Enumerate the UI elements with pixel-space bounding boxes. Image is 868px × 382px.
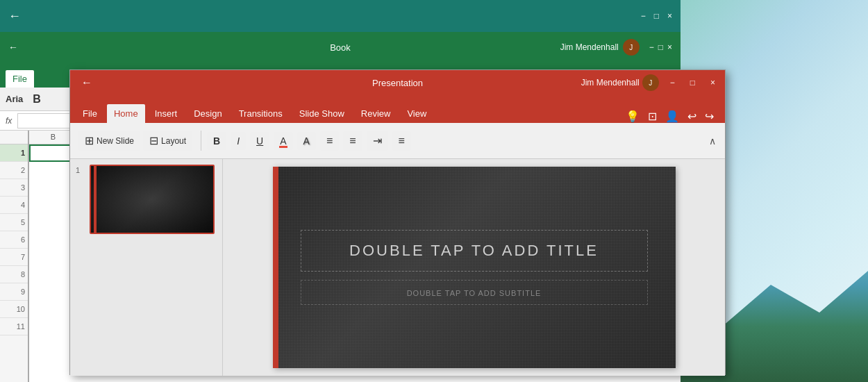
- excel-row-11: 11: [0, 318, 28, 335]
- excel-maximize-btn[interactable]: □: [658, 42, 663, 52]
- ppt-back-button[interactable]: ←: [76, 75, 98, 90]
- teal-window-controls: − □ ×: [641, 11, 672, 21]
- excel-user-area: Jim Mendenhall J − □ ×: [560, 39, 672, 56]
- ppt-thumb-red-bar: [94, 166, 97, 233]
- teal-window: ← − □ ×: [0, 0, 681, 32]
- teal-back-button[interactable]: ←: [8, 9, 21, 24]
- ppt-user-area: Jim Mendenhall J: [581, 74, 659, 91]
- ppt-slide-group: ⊞ New Slide ⊟ Layout: [78, 131, 201, 151]
- ppt-new-slide-icon: ⊞: [85, 134, 94, 147]
- excel-font-name: Aria: [6, 94, 23, 104]
- ppt-maximize-btn[interactable]: □: [686, 76, 699, 89]
- ppt-title-text: DOUBLE TAP TO ADD TITLE: [349, 242, 599, 259]
- excel-bold-btn[interactable]: B: [28, 92, 45, 107]
- excel-user-avatar: J: [623, 39, 640, 56]
- excel-back-btn[interactable]: ←: [8, 42, 18, 53]
- excel-row-8: 8: [0, 266, 28, 283]
- ppt-subtitle-placeholder[interactable]: Double tap to add subtitle: [301, 280, 648, 305]
- ppt-close-btn[interactable]: ×: [706, 76, 719, 89]
- ppt-slide-panel: 1: [70, 159, 223, 376]
- excel-title: Book: [330, 42, 351, 53]
- teal-maximize-btn[interactable]: □: [654, 11, 659, 21]
- ppt-username: Jim Mendenhall: [581, 78, 640, 88]
- ppt-layout-icon: ⊟: [149, 134, 158, 147]
- ppt-window: ← Presentation Jim Mendenhall J − □ × Fi…: [69, 69, 726, 375]
- excel-corner-cell: [0, 131, 28, 144]
- ppt-bold-btn[interactable]: B: [207, 132, 226, 150]
- excel-tab-file[interactable]: File: [6, 70, 34, 88]
- excel-username: Jim Mendenhall: [560, 42, 619, 52]
- ppt-collapse-btn[interactable]: ∧: [700, 123, 725, 159]
- ppt-format-group: B I U A A ≡ ≡ ⇥ ≡: [207, 131, 411, 151]
- ppt-font-color-label: A: [280, 135, 286, 147]
- ppt-titlebar-left: ←: [76, 75, 98, 90]
- ppt-text-shadow-btn[interactable]: A: [297, 132, 316, 150]
- ppt-layout-btn[interactable]: ⊟ Layout: [143, 131, 192, 151]
- ppt-redo-btn[interactable]: ↪: [705, 110, 714, 123]
- ppt-slide-thumbnail-1[interactable]: [90, 165, 215, 234]
- ppt-ribbon-icons: 💡 ⊡ 👤 ↩ ↪: [620, 110, 719, 123]
- ppt-undo-btn[interactable]: ↩: [687, 110, 696, 123]
- excel-titlebar: ← Book Jim Mendenhall J − □ ×: [0, 32, 681, 63]
- excel-close-btn[interactable]: ×: [667, 42, 672, 52]
- ppt-tab-review[interactable]: Review: [354, 104, 398, 123]
- excel-row-9: 9: [0, 283, 28, 301]
- teal-titlebar: ← − □ ×: [0, 0, 681, 32]
- ppt-slide-item-1[interactable]: 1: [76, 165, 217, 234]
- ppt-bullet-btn[interactable]: ≡: [320, 131, 339, 151]
- ppt-tab-slideshow[interactable]: Slide Show: [292, 104, 351, 123]
- excel-row-10: 10: [0, 301, 28, 318]
- excel-row-2: 2: [0, 162, 28, 179]
- excel-row-headers: 1 2 3 4 5 6 7 8 9 10 11: [0, 131, 29, 382]
- ppt-tab-home[interactable]: Home: [107, 104, 145, 123]
- ppt-font-color-bar: [279, 146, 287, 148]
- ppt-indent-btn[interactable]: ⇥: [367, 131, 388, 151]
- ppt-ribbon: File Home Insert Design Transitions Slid…: [70, 95, 725, 123]
- excel-row-4: 4: [0, 197, 28, 214]
- ppt-tab-insert[interactable]: Insert: [148, 104, 185, 123]
- ppt-user-avatar: J: [642, 74, 659, 91]
- ppt-italic-btn[interactable]: I: [231, 132, 246, 150]
- excel-row-6: 6: [0, 231, 28, 249]
- ppt-present-icon[interactable]: ⊡: [648, 110, 657, 123]
- ppt-align-btn[interactable]: ≡: [392, 131, 411, 151]
- ppt-minimize-btn[interactable]: −: [666, 76, 679, 89]
- ppt-subtitle-text: Double tap to add subtitle: [407, 289, 542, 297]
- ppt-lightbulb-icon[interactable]: 💡: [626, 110, 640, 123]
- ppt-layout-label: Layout: [161, 136, 186, 146]
- ppt-new-slide-btn[interactable]: ⊞ New Slide: [78, 131, 140, 151]
- ppt-slide-content: DOUBLE TAP TO ADD TITLE Double tap to ad…: [273, 167, 676, 368]
- excel-row-5: 5: [0, 214, 28, 231]
- ppt-number-list-btn[interactable]: ≡: [343, 131, 362, 151]
- ppt-tab-transitions[interactable]: Transitions: [232, 104, 290, 123]
- ppt-titlebar: ← Presentation Jim Mendenhall J − □ ×: [70, 70, 725, 95]
- ppt-title-placeholder[interactable]: DOUBLE TAP TO ADD TITLE: [301, 230, 648, 272]
- ppt-window-title: Presentation: [372, 78, 423, 88]
- ppt-main-area: DOUBLE TAP TO ADD TITLE Double tap to ad…: [223, 159, 725, 376]
- ppt-underline-btn[interactable]: U: [250, 132, 269, 150]
- excel-row-1: 1: [0, 144, 28, 162]
- ppt-tab-file[interactable]: File: [76, 104, 104, 123]
- ppt-font-color-btn[interactable]: A: [274, 132, 292, 150]
- ppt-tab-design[interactable]: Design: [187, 104, 228, 123]
- teal-minimize-btn[interactable]: −: [641, 11, 646, 21]
- ppt-current-slide[interactable]: DOUBLE TAP TO ADD TITLE Double tap to ad…: [273, 167, 676, 368]
- excel-fx-label: fx: [6, 116, 12, 126]
- ppt-content-area: 1 DOUBLE TAP TO ADD TITLE Double tap to …: [70, 159, 725, 376]
- ppt-toolbar: ⊞ New Slide ⊟ Layout B I U A A ≡ ≡ ⇥ ≡ ∧: [70, 123, 725, 159]
- ppt-titlebar-right: Jim Mendenhall J − □ ×: [581, 74, 719, 91]
- excel-minimize-btn[interactable]: −: [649, 42, 654, 52]
- excel-row-7: 7: [0, 249, 28, 266]
- ppt-person-icon[interactable]: 👤: [665, 110, 679, 123]
- teal-close-btn[interactable]: ×: [667, 11, 672, 21]
- ppt-new-slide-label: New Slide: [97, 136, 134, 146]
- excel-row-3: 3: [0, 179, 28, 197]
- ppt-slide-number-1: 1: [76, 165, 85, 174]
- ppt-tab-view[interactable]: View: [400, 104, 433, 123]
